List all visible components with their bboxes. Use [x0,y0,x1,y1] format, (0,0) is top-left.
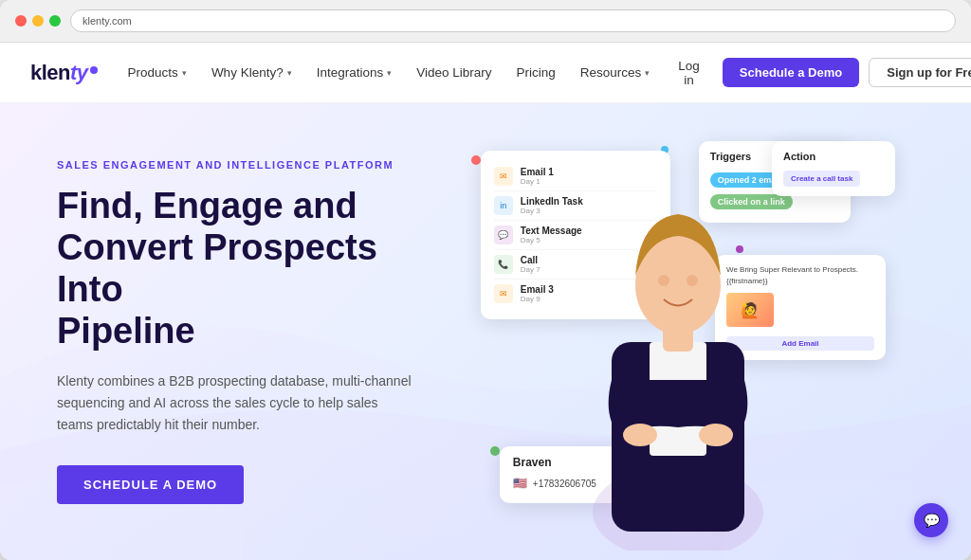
svg-point-7 [623,424,657,446]
hero-right: ✉ Email 1 Day 1 in LinkedIn Task Day 3 [443,132,914,532]
svg-point-6 [687,275,698,286]
svg-point-8 [699,424,733,446]
nav-label-why-klenty: Why Klenty? [211,65,284,80]
chevron-down-icon: ▾ [387,68,392,78]
create-call-task-button[interactable]: Create a call task [783,171,860,187]
email3-icon: ✉ [494,284,513,303]
hero-illustration: ✉ Email 1 Day 1 in LinkedIn Task Day 3 [443,132,914,532]
hero-description: Klenty combines a B2B prospecting databa… [57,370,417,436]
hero-title-line2: Convert Prospects Into [57,227,377,309]
hero-title: Find, Engage and Convert Prospects Into … [57,186,443,352]
action-card: Action Create a call task [772,141,895,196]
browser-chrome: klenty.com [0,0,971,43]
decorative-dot-red [471,155,481,165]
chevron-down-icon: ▾ [287,68,292,78]
nav-item-pricing[interactable]: Pricing [505,60,567,85]
seq-label-linkedin: LinkedIn Task [521,196,583,207]
close-button[interactable] [15,15,27,27]
svg-point-5 [658,275,669,286]
seq-day-sms: Day 5 [521,236,582,244]
navbar: klenty Products ▾ Why Klenty? ▾ Integrat… [0,43,971,103]
hero-title-line3: Pipeline [57,311,195,351]
chat-widget[interactable]: 💬 [914,503,948,537]
seq-day-linkedin: Day 3 [521,207,583,215]
seq-label-sms: Text Message [521,226,582,236]
chevron-down-icon: ▾ [645,68,650,78]
nav-label-resources: Resources [580,65,642,80]
schedule-demo-hero-button[interactable]: SCHEDULE A DEMO [57,465,244,504]
hero-left: SALES ENGAGEMENT AND INTELLIGENCE PLATFO… [57,159,443,503]
nav-item-video-library[interactable]: Video Library [405,60,503,85]
seq-label-email3: Email 3 [521,284,554,295]
decorative-dot-green [490,446,500,456]
seq-label-call: Call [521,255,540,265]
nav-label-pricing: Pricing [517,65,556,80]
nav-label-video-library: Video Library [416,65,491,80]
call-icon: 📞 [494,255,513,274]
linkedin-icon: in [494,196,513,215]
minimize-button[interactable] [32,15,44,27]
sms-icon: 💬 [494,226,513,244]
chevron-down-icon: ▾ [182,68,187,78]
seq-label-email1: Email 1 [521,167,554,177]
logo[interactable]: klenty [30,61,98,85]
chat-icon: 💬 [924,513,940,528]
nav-label-integrations: Integrations [317,65,384,80]
seq-day-call: Day 7 [521,265,540,274]
login-button[interactable]: Log in [665,53,713,93]
seq-day-email3: Day 9 [521,295,554,303]
logo-text: klen [30,61,70,85]
hero-title-line1: Find, Engage and [57,186,357,226]
schedule-demo-nav-button[interactable]: Schedule a Demo [723,58,859,87]
hero-section: SALES ENGAGEMENT AND INTELLIGENCE PLATFO… [0,103,971,560]
seq-day-email1: Day 1 [521,177,554,186]
nav-item-why-klenty[interactable]: Why Klenty? ▾ [200,60,303,85]
url-text: klenty.com [82,15,132,27]
traffic-lights [15,15,61,27]
email-icon: ✉ [494,167,513,186]
maximize-button[interactable] [49,15,61,27]
nav-item-products[interactable]: Products ▾ [117,60,198,85]
nav-item-integrations[interactable]: Integrations ▾ [305,60,404,85]
seq-item-email1: ✉ Email 1 Day 1 [494,162,657,191]
action-title: Action [783,151,884,162]
nav-items: Products ▾ Why Klenty? ▾ Integrations ▾ … [117,60,662,85]
person-image [583,190,773,532]
nav-label-products: Products [128,65,178,80]
hero-eyebrow: SALES ENGAGEMENT AND INTELLIGENCE PLATFO… [57,159,443,171]
signup-button[interactable]: Sign up for Free [869,58,971,87]
page: klenty Products ▾ Why Klenty? ▾ Integrat… [0,43,971,560]
nav-item-resources[interactable]: Resources ▾ [569,60,662,85]
url-bar[interactable]: klenty.com [70,9,956,32]
nav-actions: Log in Schedule a Demo Sign up for Free [665,53,971,93]
logo-mark [90,66,98,74]
logo-accent: ty [70,61,88,85]
flag-icon: 🇺🇸 [513,477,527,490]
